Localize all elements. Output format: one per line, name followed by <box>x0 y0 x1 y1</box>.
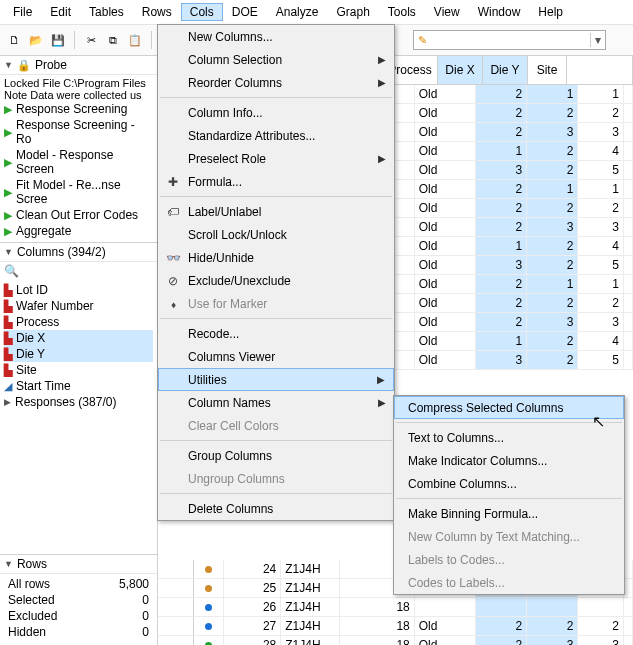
cell[interactable]: Old <box>415 180 476 198</box>
panel-header[interactable]: ▼ Columns (394/2) <box>0 243 157 262</box>
column-header[interactable]: Die Y <box>483 56 528 84</box>
cell[interactable]: 18 <box>340 636 414 645</box>
cell[interactable]: 2 <box>578 617 624 635</box>
menu-item[interactable]: Recode... <box>158 322 394 345</box>
cell[interactable]: Old <box>415 313 476 331</box>
cell[interactable]: 2 <box>476 275 527 293</box>
cell[interactable]: 24 <box>224 560 281 578</box>
cell[interactable]: 2 <box>578 294 624 312</box>
menu-view[interactable]: View <box>425 3 469 21</box>
menu-item[interactable]: Column Info... <box>158 101 394 124</box>
cell[interactable]: Z1J4H <box>281 617 340 635</box>
cell[interactable]: Old <box>415 351 476 369</box>
cell[interactable]: Old <box>415 161 476 179</box>
cell[interactable] <box>578 598 624 616</box>
cell[interactable]: 1 <box>578 180 624 198</box>
cell[interactable]: 2 <box>527 351 578 369</box>
save-icon[interactable]: 💾 <box>50 32 66 48</box>
cell[interactable]: 5 <box>578 351 624 369</box>
script-item[interactable]: ▶Fit Model - Re...nse Scree <box>4 177 153 207</box>
column-item[interactable]: ▙Die X <box>4 330 153 346</box>
cell[interactable]: Old <box>415 142 476 160</box>
cols-menu[interactable]: New Columns...Column Selection▶Reorder C… <box>157 24 395 521</box>
panel-header[interactable]: ▼ Rows <box>0 555 157 574</box>
cell[interactable] <box>194 598 224 616</box>
cell[interactable]: 3 <box>527 218 578 236</box>
cell[interactable]: 2 <box>578 199 624 217</box>
menu-item[interactable]: Standardize Attributes... <box>158 124 394 147</box>
menu-edit[interactable]: Edit <box>41 3 80 21</box>
cell[interactable]: 1 <box>476 237 527 255</box>
cell[interactable] <box>624 294 633 312</box>
submenu-item[interactable]: Combine Columns... <box>394 472 624 495</box>
cell[interactable]: 3 <box>578 123 624 141</box>
cell[interactable]: 25 <box>224 579 281 597</box>
cell[interactable]: Old <box>415 294 476 312</box>
cell[interactable]: Old <box>415 218 476 236</box>
cell[interactable]: 2 <box>476 313 527 331</box>
script-item[interactable]: ▶Response Screening <box>4 101 153 117</box>
menu-item[interactable]: Column Names▶ <box>158 391 394 414</box>
cell[interactable] <box>624 598 633 616</box>
columns-search[interactable]: 🔍 <box>0 262 157 280</box>
cell[interactable]: 2 <box>527 161 578 179</box>
cell[interactable]: 2 <box>476 104 527 122</box>
cell[interactable]: 2 <box>527 104 578 122</box>
paste-icon[interactable]: 📋 <box>127 32 143 48</box>
cell[interactable]: 1 <box>527 275 578 293</box>
cell[interactable]: 2 <box>476 199 527 217</box>
cell[interactable]: 2 <box>527 294 578 312</box>
menu-tools[interactable]: Tools <box>379 3 425 21</box>
cell[interactable] <box>194 579 224 597</box>
cell[interactable] <box>624 237 633 255</box>
cell[interactable]: 2 <box>476 636 527 645</box>
cell[interactable]: Z1J4H <box>281 598 340 616</box>
table-row[interactable]: 28Z1J4H18Old233 <box>158 636 633 645</box>
cell[interactable]: 2 <box>476 617 527 635</box>
submenu-item[interactable]: Text to Columns... <box>394 426 624 449</box>
script-item[interactable]: ▶Aggregate <box>4 223 153 239</box>
cell[interactable]: 28 <box>224 636 281 645</box>
cell[interactable] <box>194 560 224 578</box>
cell[interactable]: 3 <box>476 256 527 274</box>
cell[interactable]: 1 <box>476 332 527 350</box>
menu-item[interactable]: New Columns... <box>158 25 394 48</box>
cell[interactable]: 5 <box>578 161 624 179</box>
submenu-item[interactable]: Make Binning Formula... <box>394 502 624 525</box>
menu-item[interactable]: ✚Formula... <box>158 170 394 193</box>
disclosure-icon[interactable]: ▼ <box>4 559 13 569</box>
cell[interactable]: 2 <box>476 218 527 236</box>
menu-item[interactable]: Group Columns <box>158 444 394 467</box>
cell[interactable]: Z1J4H <box>281 560 340 578</box>
menu-cols[interactable]: Cols <box>181 3 223 21</box>
cell[interactable]: 2 <box>476 180 527 198</box>
cell[interactable]: 2 <box>527 256 578 274</box>
cell[interactable]: 3 <box>578 313 624 331</box>
cell[interactable] <box>624 579 633 597</box>
cell[interactable]: 2 <box>527 617 578 635</box>
utilities-submenu[interactable]: Compress Selected ColumnsText to Columns… <box>393 395 625 595</box>
copy-icon[interactable]: ⧉ <box>105 32 121 48</box>
cell[interactable] <box>158 598 194 616</box>
cell[interactable] <box>624 218 633 236</box>
cell[interactable] <box>158 636 194 645</box>
menu-item[interactable]: Columns Viewer <box>158 345 394 368</box>
cell[interactable]: 3 <box>527 313 578 331</box>
cut-icon[interactable]: ✂ <box>83 32 99 48</box>
open-icon[interactable]: 📂 <box>28 32 44 48</box>
disclosure-icon[interactable]: ▼ <box>4 247 13 257</box>
cell[interactable] <box>624 636 633 645</box>
table-row[interactable]: 26Z1J4H18 <box>158 598 633 617</box>
cell[interactable]: 1 <box>578 85 624 103</box>
cell[interactable]: Z1J4H <box>281 579 340 597</box>
script-item[interactable]: ▶Clean Out Error Codes <box>4 207 153 223</box>
cell[interactable]: Old <box>415 123 476 141</box>
column-item[interactable]: ▶Responses (387/0) <box>4 394 153 410</box>
table-row[interactable]: 27Z1J4H18Old222 <box>158 617 633 636</box>
cell[interactable]: 2 <box>578 104 624 122</box>
submenu-item[interactable]: Compress Selected Columns <box>394 396 624 419</box>
cell[interactable]: 18 <box>340 598 414 616</box>
cell[interactable]: 2 <box>476 85 527 103</box>
column-item[interactable]: ▙Lot ID <box>4 282 153 298</box>
cell[interactable]: 3 <box>527 123 578 141</box>
